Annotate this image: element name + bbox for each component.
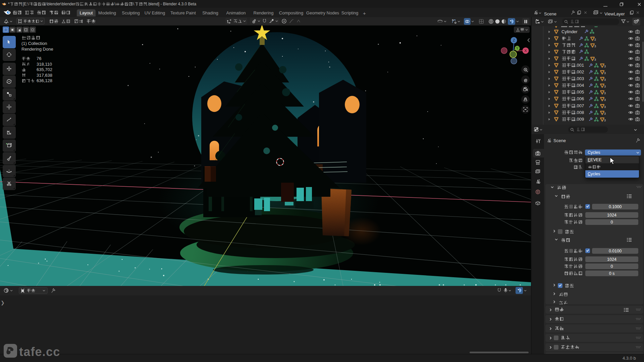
svg-text:Z: Z [513, 38, 515, 42]
svg-text:X: X [524, 49, 527, 53]
svg-text:T: T [10, 350, 12, 354]
svg-text:Y: Y [516, 47, 519, 50]
